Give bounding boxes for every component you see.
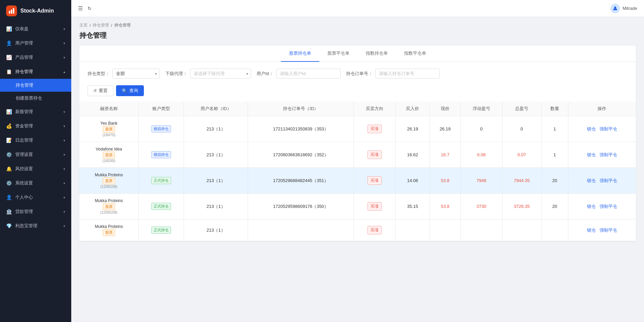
breadcrumb-current: 持仓管理 (114, 22, 131, 28)
cell-total-profit (502, 219, 541, 241)
stock-badge: 股票 (103, 203, 115, 210)
force-close-action[interactable]: 强制平仓 (600, 126, 617, 131)
cell-quantity: 20 (541, 168, 568, 194)
sidebar-item-personal-center[interactable]: 👤 个人中心 ▾ (0, 190, 71, 204)
cell-current-price: 53.8 (430, 168, 460, 194)
breadcrumb-home[interactable]: 主页 (79, 22, 88, 28)
cell-user: 213（1） (184, 116, 248, 142)
sidebar-sub-create-stock-position[interactable]: 创建股票持仓 (0, 92, 71, 105)
sidebar-sub-position-manage[interactable]: 持仓管理 (0, 79, 71, 92)
admin-icon: ⚙️ (6, 152, 12, 157)
sidebar-item-label: 利息宝管理 (15, 223, 37, 229)
search-icon: 🔍 (122, 88, 127, 93)
menu-toggle-icon[interactable]: ☰ (78, 5, 83, 12)
cell-quantity: 1 (541, 116, 568, 142)
cell-order: 1720529688482445（351） (248, 168, 354, 194)
sidebar-item-risk-settings[interactable]: 🔔 风控设置 ▾ (0, 162, 71, 176)
position-icon: 📋 (6, 69, 12, 74)
sidebar-item-label: 贷款管理 (15, 209, 33, 215)
username: Mitrade (623, 6, 637, 11)
cell-order: 1721134021350839（353） (248, 116, 354, 142)
position-type-select[interactable]: 全部 模拟持仓 正式持仓 (112, 69, 160, 78)
refresh-icon[interactable]: ↻ (88, 6, 92, 11)
chevron-down-icon: ▾ (63, 181, 65, 185)
order-no-filter: 持仓订单号： (346, 69, 440, 78)
avatar (610, 4, 620, 13)
cell-direction: 买涨 (354, 142, 395, 168)
new-stock-icon: 📊 (6, 109, 12, 114)
user-id-input[interactable] (276, 69, 341, 78)
page-title: 持仓管理 (79, 31, 636, 40)
sidebar-item-interest-mgmt[interactable]: 💎 利息宝管理 ▾ (0, 219, 71, 233)
main-card: 股票持仓单 股票平仓单 指数持仓单 指数平仓单 持仓类型： 全部 模拟持仓 正式… (79, 46, 636, 241)
cell-total-profit: 0.07 (502, 142, 541, 168)
loan-icon: 🏦 (6, 209, 12, 214)
account-badge: 正式持仓 (151, 203, 171, 210)
sidebar-item-sys-settings[interactable]: ⚙️ 系统设置 ▾ (0, 176, 71, 190)
col-total-profit: 总盈亏 (502, 102, 541, 116)
cell-order: 1720603663618692（352） (248, 142, 354, 168)
action-buttons: ↺ 重置 🔍 查询 (79, 85, 636, 102)
order-no-input[interactable] (375, 69, 440, 78)
log-icon: 📝 (6, 138, 12, 143)
cell-account: 正式持仓 (138, 219, 184, 241)
lock-action[interactable]: 锁仓 (587, 126, 596, 131)
sidebar-item-new-stock-mgmt[interactable]: 📊 新股管理 ▾ (0, 105, 71, 119)
cell-quantity: 1 (541, 142, 568, 168)
direction-badge: 买涨 (367, 125, 382, 133)
chevron-down-icon: ▾ (63, 27, 65, 31)
cell-quantity (541, 219, 568, 241)
cell-buy-price: 35.15 (395, 194, 430, 219)
sub-agent-select[interactable]: 请选择下级代理 (190, 69, 251, 78)
lock-action[interactable]: 锁仓 (587, 152, 596, 157)
col-quantity: 数量 (541, 102, 568, 116)
sidebar-item-product-mgmt[interactable]: 📈 产品管理 ▾ (0, 50, 71, 65)
cell-float-profit: 0.08 (460, 142, 502, 168)
tab-stock-hold[interactable]: 股票持仓单 (281, 46, 319, 62)
tab-stock-close[interactable]: 股票平仓单 (319, 46, 358, 62)
cell-direction: 买涨 (354, 116, 395, 142)
col-direction: 买卖方向 (354, 102, 395, 116)
sidebar-item-label: 风控设置 (15, 166, 33, 172)
col-float-profit: 浮动盈亏 (460, 102, 502, 116)
cell-float-profit: 7948 (460, 168, 502, 194)
force-close-action[interactable]: 强制平仓 (600, 178, 617, 183)
tab-index-hold[interactable]: 指数持仓单 (358, 46, 396, 62)
sidebar-item-position-mgmt[interactable]: 📋 持仓管理 ▴ (0, 65, 71, 79)
order-no-label: 持仓订单号： (346, 71, 373, 77)
force-close-action[interactable]: 强制平仓 (600, 228, 617, 233)
logo-text: Stock-Admin (20, 8, 54, 14)
lock-action[interactable]: 锁仓 (587, 204, 596, 209)
reset-button[interactable]: ↺ 重置 (88, 85, 113, 96)
cell-name: Vodafone Idea 股票 (18200) (79, 142, 138, 168)
sidebar-item-admin-settings[interactable]: ⚙️ 管理设置 ▾ (0, 147, 71, 162)
cell-user: 213（1） (184, 168, 248, 194)
position-type-filter: 持仓类型： 全部 模拟持仓 正式持仓 (88, 69, 160, 78)
breadcrumb: 主页 / 持仓管理 / 持仓管理 (79, 22, 636, 28)
force-close-action[interactable]: 强制平仓 (600, 152, 617, 157)
sidebar: Stock-Admin 📊 仪表盘 ▾ 👤 用户管理 ▾ 📈 产品管理 ▾ 📋 … (0, 0, 71, 322)
sidebar-item-user-mgmt[interactable]: 👤 用户管理 ▾ (0, 36, 71, 50)
cell-user: 213（1） (184, 219, 248, 241)
sidebar-item-fund-mgmt[interactable]: 💰 资金管理 ▾ (0, 119, 71, 133)
cell-buy-price: 26.19 (395, 116, 430, 142)
sidebar-item-dashboard[interactable]: 📊 仪表盘 ▾ (0, 22, 71, 36)
sidebar-item-log-mgmt[interactable]: 📝 日志管理 ▾ (0, 133, 71, 147)
svg-rect-2 (13, 8, 14, 14)
tab-index-close[interactable]: 指数平仓单 (396, 46, 434, 62)
force-close-action[interactable]: 强制平仓 (600, 204, 617, 209)
lock-action[interactable]: 锁仓 (587, 228, 596, 233)
lock-action[interactable]: 锁仓 (587, 178, 596, 183)
sidebar-item-label: 仪表盘 (15, 26, 29, 32)
cell-order: 1720529598609176（350） (248, 194, 354, 219)
sidebar-item-loan-mgmt[interactable]: 🏦 贷款管理 ▾ (0, 204, 71, 219)
sidebar-item-label: 个人中心 (15, 194, 33, 200)
sub-agent-filter: 下级代理： 请选择下级代理 (165, 69, 251, 78)
breadcrumb-position[interactable]: 持仓管理 (93, 22, 109, 28)
topbar-left: ☰ ↻ (78, 5, 92, 12)
chevron-down-icon: ▾ (63, 224, 65, 228)
col-current-price: 现价 (430, 102, 460, 116)
sidebar-item-label: 持仓管理 (15, 69, 33, 75)
cell-buy-price: 16.62 (395, 142, 430, 168)
search-button[interactable]: 🔍 查询 (116, 85, 144, 96)
